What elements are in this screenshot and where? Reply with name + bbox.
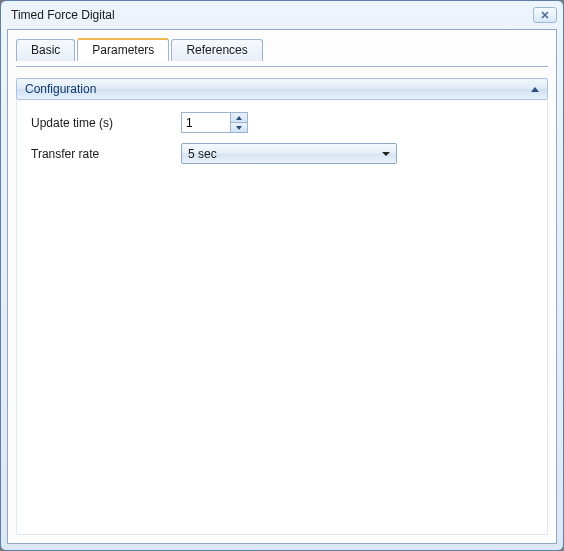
tab-underline bbox=[16, 66, 548, 67]
tab-parameters[interactable]: Parameters bbox=[77, 38, 169, 61]
spinner bbox=[230, 113, 247, 132]
section-body: Update time (s) Transfer rate 5 sec bbox=[16, 100, 548, 535]
transfer-rate-value: 5 sec bbox=[188, 147, 217, 161]
dialog-window: Timed Force Digital Basic Parameters Ref… bbox=[0, 0, 564, 551]
tab-basic[interactable]: Basic bbox=[16, 39, 75, 61]
row-transfer-rate: Transfer rate 5 sec bbox=[31, 143, 533, 164]
close-icon bbox=[541, 8, 549, 22]
spin-up-button[interactable] bbox=[231, 113, 247, 123]
collapse-icon bbox=[531, 87, 539, 92]
update-time-input[interactable] bbox=[182, 113, 230, 132]
section-header[interactable]: Configuration bbox=[16, 78, 548, 100]
tabstrip: Basic Parameters References bbox=[8, 30, 556, 60]
transfer-rate-select[interactable]: 5 sec bbox=[181, 143, 397, 164]
section-configuration: Configuration Update time (s) Transfe bbox=[16, 78, 548, 535]
dropdown-button[interactable] bbox=[377, 144, 394, 163]
titlebar: Timed Force Digital bbox=[1, 1, 563, 29]
update-time-label: Update time (s) bbox=[31, 116, 181, 130]
row-update-time: Update time (s) bbox=[31, 112, 533, 133]
transfer-rate-label: Transfer rate bbox=[31, 147, 181, 161]
spin-down-button[interactable] bbox=[231, 123, 247, 132]
tab-references[interactable]: References bbox=[171, 39, 262, 61]
chevron-down-icon bbox=[236, 126, 242, 130]
client-area: Basic Parameters References Configuratio… bbox=[7, 29, 557, 544]
update-time-stepper[interactable] bbox=[181, 112, 248, 133]
window-title: Timed Force Digital bbox=[11, 8, 533, 22]
chevron-up-icon bbox=[236, 116, 242, 120]
close-button[interactable] bbox=[533, 7, 557, 23]
chevron-down-icon bbox=[382, 152, 390, 156]
section-title: Configuration bbox=[25, 82, 96, 96]
